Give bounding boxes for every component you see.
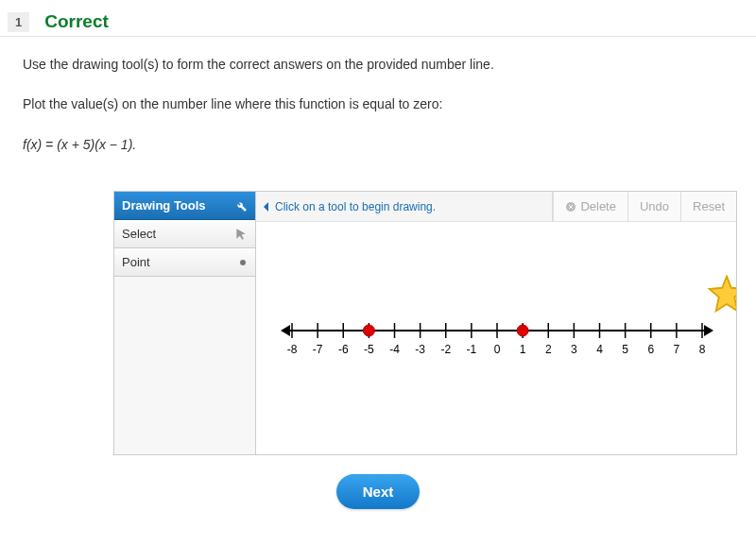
svg-text:-8: -8: [287, 343, 298, 356]
drawing-canvas[interactable]: -8-7-6-5-4-3-2-1012345678: [256, 222, 736, 454]
star-icon: [706, 273, 736, 314]
next-button[interactable]: Next: [336, 474, 421, 509]
prompt-line-1: Use the drawing tool(s) to form the corr…: [23, 54, 733, 75]
equation-text: f(x) = (x + 5)(x − 1).: [23, 134, 733, 155]
cursor-icon: [234, 228, 248, 241]
svg-point-0: [240, 260, 246, 265]
number-line: -8-7-6-5-4-3-2-1012345678: [275, 312, 717, 365]
toolbar-buttons: Delete Undo Reset: [552, 192, 736, 221]
svg-text:2: 2: [545, 343, 552, 356]
delete-button[interactable]: Delete: [553, 192, 627, 221]
svg-point-38: [517, 325, 528, 336]
tool-select[interactable]: Select: [114, 220, 255, 248]
hint-area: Click on a tool to begin drawing.: [256, 200, 552, 213]
svg-text:3: 3: [571, 343, 577, 356]
svg-text:-4: -4: [389, 343, 400, 356]
tool-point[interactable]: Point: [114, 248, 255, 277]
tool-panel-header: Drawing Tools: [114, 192, 255, 220]
status-label: Correct: [44, 11, 109, 32]
svg-text:4: 4: [596, 343, 603, 356]
question-number: 1: [8, 12, 29, 32]
chevron-left-icon: [262, 201, 271, 212]
hint-text: Click on a tool to begin drawing.: [275, 200, 436, 213]
undo-button[interactable]: Undo: [627, 192, 680, 221]
svg-text:1: 1: [520, 343, 526, 356]
svg-text:7: 7: [674, 343, 680, 356]
svg-text:-7: -7: [313, 343, 323, 356]
tool-point-label: Point: [122, 255, 150, 269]
tool-select-label: Select: [122, 227, 156, 241]
svg-text:0: 0: [494, 343, 501, 356]
prompt-line-2: Plot the value(s) on the number line whe…: [23, 94, 733, 114]
svg-text:-5: -5: [364, 343, 374, 356]
wrench-icon: [234, 199, 248, 212]
point-icon: [238, 258, 248, 267]
canvas-toolbar: Click on a tool to begin drawing. Delete…: [256, 192, 736, 222]
reset-button[interactable]: Reset: [680, 192, 736, 221]
svg-text:-1: -1: [467, 343, 477, 356]
canvas-area: Click on a tool to begin drawing. Delete…: [256, 192, 736, 454]
svg-point-37: [363, 325, 374, 336]
drawing-tool-container: Drawing Tools Select Point: [113, 191, 737, 455]
tool-panel: Drawing Tools Select Point: [114, 192, 256, 454]
svg-text:-2: -2: [440, 343, 451, 356]
svg-text:5: 5: [622, 343, 628, 356]
delete-label: Delete: [580, 199, 616, 213]
svg-text:-3: -3: [415, 343, 425, 356]
svg-text:8: 8: [699, 343, 706, 356]
undo-label: Undo: [640, 199, 669, 213]
close-icon: [565, 201, 576, 212]
prompt-block: Use the drawing tool(s) to form the corr…: [0, 37, 756, 185]
svg-text:-6: -6: [338, 343, 349, 356]
svg-text:6: 6: [647, 343, 654, 356]
tool-panel-title: Drawing Tools: [122, 198, 206, 212]
reset-label: Reset: [693, 199, 725, 213]
question-header: 1 Correct: [0, 8, 756, 37]
